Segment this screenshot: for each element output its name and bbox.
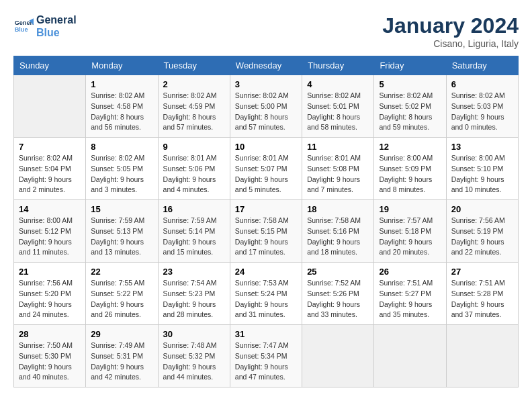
calendar-day-25: 25Sunrise: 7:52 AMSunset: 5:26 PMDayligh… bbox=[302, 263, 374, 325]
day-number: 21 bbox=[19, 267, 81, 277]
day-info-line: Sunrise: 7:50 AM bbox=[19, 341, 73, 349]
day-info-line: Daylight: 9 hours bbox=[307, 238, 360, 246]
weekday-header-thursday: Thursday bbox=[302, 56, 374, 75]
day-info-line: Daylight: 9 hours bbox=[91, 238, 144, 246]
calendar-day-23: 23Sunrise: 7:54 AMSunset: 5:23 PMDayligh… bbox=[158, 263, 230, 325]
day-info-line: Sunrise: 7:49 AM bbox=[91, 341, 144, 349]
day-info-line: and 3 minutes. bbox=[91, 185, 137, 193]
day-info-line: Sunset: 5:31 PM bbox=[91, 352, 143, 360]
day-info: Sunrise: 8:02 AMSunset: 5:01 PMDaylight:… bbox=[307, 91, 369, 133]
calendar-day-5: 5Sunrise: 8:02 AMSunset: 5:02 PMDaylight… bbox=[374, 75, 446, 138]
day-info-line: and 35 minutes. bbox=[379, 310, 429, 318]
day-info-line: Daylight: 9 hours bbox=[451, 238, 504, 246]
calendar-day-12: 12Sunrise: 8:00 AMSunset: 5:09 PMDayligh… bbox=[374, 138, 446, 200]
calendar-table: SundayMondayTuesdayWednesdayThursdayFrid… bbox=[13, 56, 519, 387]
weekday-header-tuesday: Tuesday bbox=[158, 56, 230, 75]
day-number: 18 bbox=[307, 204, 369, 214]
day-info-line: Daylight: 9 hours bbox=[19, 175, 72, 183]
day-number: 7 bbox=[19, 142, 81, 152]
logo-text-blue: Blue bbox=[36, 26, 77, 39]
day-info-line: and 11 minutes. bbox=[19, 248, 69, 256]
day-info-line: and 20 minutes. bbox=[379, 248, 429, 256]
calendar-day-17: 17Sunrise: 7:58 AMSunset: 5:15 PMDayligh… bbox=[230, 200, 302, 263]
day-number: 8 bbox=[91, 142, 152, 152]
day-info-line: Sunset: 5:28 PM bbox=[451, 289, 504, 298]
day-info: Sunrise: 7:51 AMSunset: 5:28 PMDaylight:… bbox=[451, 278, 513, 320]
day-info: Sunrise: 8:00 AMSunset: 5:12 PMDaylight:… bbox=[19, 216, 81, 258]
day-number: 26 bbox=[379, 267, 441, 277]
calendar-day-4: 4Sunrise: 8:02 AMSunset: 5:01 PMDaylight… bbox=[302, 75, 374, 138]
day-info: Sunrise: 7:52 AMSunset: 5:26 PMDaylight:… bbox=[307, 278, 369, 320]
day-info: Sunrise: 8:02 AMSunset: 5:03 PMDaylight:… bbox=[451, 91, 513, 133]
day-info-line: Sunrise: 8:02 AM bbox=[451, 91, 505, 99]
day-number: 19 bbox=[379, 204, 441, 214]
day-number: 31 bbox=[235, 329, 297, 339]
day-number: 10 bbox=[235, 142, 297, 152]
day-info: Sunrise: 8:02 AMSunset: 5:00 PMDaylight:… bbox=[235, 91, 297, 133]
calendar-day-19: 19Sunrise: 7:57 AMSunset: 5:18 PMDayligh… bbox=[374, 200, 446, 263]
calendar-day-1: 1Sunrise: 8:02 AMSunset: 4:58 PMDaylight… bbox=[86, 75, 158, 138]
calendar-day-13: 13Sunrise: 8:00 AMSunset: 5:10 PMDayligh… bbox=[446, 138, 518, 200]
day-info: Sunrise: 7:48 AMSunset: 5:32 PMDaylight:… bbox=[163, 340, 225, 383]
day-info: Sunrise: 7:59 AMSunset: 5:13 PMDaylight:… bbox=[91, 216, 152, 258]
day-info-line: and 5 minutes. bbox=[235, 185, 281, 193]
empty-day-cell bbox=[14, 75, 86, 138]
day-number: 29 bbox=[91, 329, 152, 339]
day-info-line: and 2 minutes. bbox=[19, 185, 65, 193]
day-info-line: Sunset: 5:34 PM bbox=[235, 352, 287, 360]
day-info-line: Daylight: 9 hours bbox=[235, 238, 288, 246]
day-info-line: Sunset: 5:30 PM bbox=[19, 352, 71, 360]
day-info-line: Daylight: 9 hours bbox=[379, 175, 432, 183]
day-info-line: and 47 minutes. bbox=[235, 373, 285, 381]
day-info-line: Daylight: 8 hours bbox=[307, 113, 360, 121]
calendar-day-22: 22Sunrise: 7:55 AMSunset: 5:22 PMDayligh… bbox=[86, 263, 158, 325]
day-info-line: Sunset: 5:01 PM bbox=[307, 102, 359, 110]
day-info-line: Daylight: 8 hours bbox=[91, 113, 144, 121]
day-info: Sunrise: 8:02 AMSunset: 5:04 PMDaylight:… bbox=[19, 153, 81, 195]
day-info-line: Daylight: 9 hours bbox=[163, 363, 216, 371]
calendar-day-24: 24Sunrise: 7:53 AMSunset: 5:24 PMDayligh… bbox=[230, 263, 302, 325]
title-area: January 2024 Cisano, Liguria, Italy bbox=[382, 13, 519, 49]
day-info-line: Sunrise: 7:57 AM bbox=[379, 216, 433, 224]
day-info-line: Sunset: 5:04 PM bbox=[19, 165, 71, 173]
day-number: 3 bbox=[235, 79, 297, 89]
day-info-line: Daylight: 8 hours bbox=[379, 113, 432, 121]
day-info-line: and 18 minutes. bbox=[307, 248, 357, 256]
day-info-line: Sunset: 5:03 PM bbox=[451, 102, 504, 110]
day-info-line: Sunset: 5:13 PM bbox=[91, 227, 143, 235]
day-number: 5 bbox=[379, 79, 441, 89]
day-number: 15 bbox=[91, 204, 152, 214]
day-info-line: Daylight: 9 hours bbox=[91, 300, 144, 308]
calendar-week-row: 1Sunrise: 8:02 AMSunset: 4:58 PMDaylight… bbox=[14, 75, 519, 138]
day-number: 24 bbox=[235, 267, 297, 277]
day-info-line: Sunrise: 7:51 AM bbox=[379, 279, 433, 287]
day-info: Sunrise: 7:56 AMSunset: 5:20 PMDaylight:… bbox=[19, 278, 81, 320]
calendar-day-14: 14Sunrise: 8:00 AMSunset: 5:12 PMDayligh… bbox=[14, 200, 86, 263]
day-number: 12 bbox=[379, 142, 441, 152]
day-info-line: Sunset: 5:20 PM bbox=[19, 289, 71, 298]
day-number: 4 bbox=[307, 79, 369, 89]
day-info-line: Sunset: 5:23 PM bbox=[163, 289, 216, 298]
day-info-line: Daylight: 9 hours bbox=[19, 238, 72, 246]
location-subtitle: Cisano, Liguria, Italy bbox=[382, 38, 519, 49]
day-info: Sunrise: 8:02 AMSunset: 4:58 PMDaylight:… bbox=[91, 91, 152, 133]
day-info-line: and 59 minutes. bbox=[379, 123, 429, 131]
calendar-day-8: 8Sunrise: 8:02 AMSunset: 5:05 PMDaylight… bbox=[86, 138, 158, 200]
day-info-line: Sunrise: 8:02 AM bbox=[91, 91, 144, 99]
day-info-line: Sunrise: 7:56 AM bbox=[19, 279, 73, 287]
logo: General Blue General Blue bbox=[13, 13, 77, 39]
day-info-line: and 42 minutes. bbox=[91, 373, 141, 381]
day-number: 28 bbox=[19, 329, 81, 339]
day-info-line: Daylight: 9 hours bbox=[19, 363, 72, 371]
day-number: 6 bbox=[451, 79, 513, 89]
day-info-line: Daylight: 9 hours bbox=[163, 300, 216, 308]
day-number: 27 bbox=[451, 267, 513, 277]
day-info-line: Daylight: 9 hours bbox=[235, 300, 288, 308]
day-number: 1 bbox=[91, 79, 152, 89]
calendar-day-27: 27Sunrise: 7:51 AMSunset: 5:28 PMDayligh… bbox=[446, 263, 518, 325]
day-info-line: Daylight: 9 hours bbox=[91, 175, 144, 183]
day-info-line: Daylight: 9 hours bbox=[19, 300, 72, 308]
day-info-line: Sunrise: 7:58 AM bbox=[235, 216, 289, 224]
calendar-day-10: 10Sunrise: 8:01 AMSunset: 5:07 PMDayligh… bbox=[230, 138, 302, 200]
day-info-line: Daylight: 9 hours bbox=[163, 175, 216, 183]
